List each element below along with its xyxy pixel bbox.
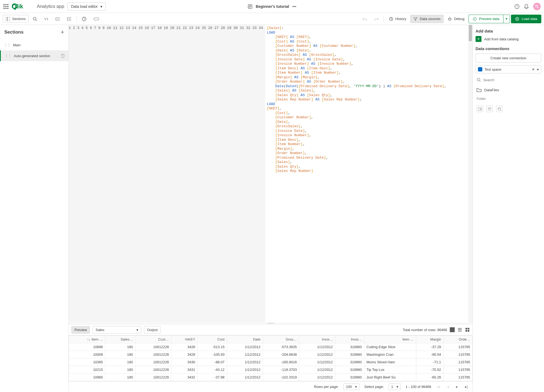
column-header[interactable]: Margin — [416, 336, 443, 343]
comment-button[interactable] — [41, 15, 51, 23]
column-header[interactable]: ↑↓ Item … — [69, 336, 105, 343]
undo-button[interactable] — [360, 15, 370, 23]
svg-rect-31 — [94, 18, 99, 20]
indent-button[interactable] — [53, 15, 63, 23]
space-selector[interactable]: Test space ✕ ▾ — [476, 65, 541, 73]
bell-icon[interactable] — [524, 4, 529, 9]
apps-grid-icon[interactable] — [3, 4, 9, 9]
table-cell: 180 — [105, 358, 135, 366]
table-selector[interactable]: Sales ▾ — [93, 326, 141, 334]
mode-dropdown[interactable]: Data load editor ▾ — [67, 2, 106, 11]
sections-button-label: Sections — [12, 17, 26, 21]
table-row[interactable]: 10696180100122263428-513.151/12/2012-573… — [69, 343, 473, 351]
first-page-button[interactable]: |◂ — [436, 384, 441, 389]
svg-rect-52 — [468, 330, 469, 332]
column-header[interactable]: Gros… — [263, 336, 299, 343]
output-tab[interactable]: Output — [144, 326, 160, 334]
svg-point-56 — [480, 109, 481, 110]
column-header[interactable]: Invoi… — [299, 336, 335, 343]
table-row[interactable]: 10385180100122263430-88.071/12/2012-165.… — [69, 358, 473, 366]
add-from-catalog-button[interactable]: + Add from data catalog — [476, 36, 541, 42]
vertical-scrollbar[interactable] — [468, 25, 473, 322]
table-row[interactable]: 10009180100122263429-105.931/12/2012-204… — [69, 351, 473, 358]
svg-rect-5 — [7, 6, 8, 7]
svg-rect-49 — [466, 328, 467, 329]
datafiles-item[interactable]: DataFiles — [476, 86, 541, 94]
table-row[interactable]: 10215180100122263431-43.121/12/2012-118.… — [69, 366, 473, 374]
column-header[interactable]: Date — [227, 336, 263, 343]
preview-tab[interactable]: Preview — [71, 326, 90, 334]
svg-line-41 — [451, 18, 451, 19]
notes-icon[interactable] — [248, 4, 253, 9]
add-section-button[interactable]: + — [61, 29, 64, 36]
svg-line-21 — [45, 18, 46, 20]
debug-button[interactable]: Debug — [445, 15, 467, 23]
select-page-select[interactable]: 1▾ — [389, 383, 401, 390]
data-grid[interactable]: ↑↓ Item …Sales…Cust…%KEYCostDateGros…Inv… — [69, 335, 473, 381]
conn-action-1-icon[interactable] — [477, 106, 483, 112]
column-header[interactable]: %KEY — [171, 336, 198, 343]
table-cell: 1/12/2012 — [227, 358, 263, 366]
column-header[interactable]: Sales… — [105, 336, 135, 343]
view-table-icon[interactable] — [450, 327, 455, 332]
sidebar: Sections + ⋮⋮ Main ⋮⋮ Auto-generated sec… — [0, 25, 69, 392]
column-header[interactable]: Orde… — [443, 336, 472, 343]
table-cell: -513.15 — [198, 343, 227, 351]
table-cell: 10696 — [69, 343, 105, 351]
help-toolbar-button[interactable]: ? — [79, 15, 90, 23]
view-grid-icon[interactable] — [465, 327, 470, 332]
svg-rect-55 — [478, 108, 481, 110]
avatar[interactable]: TL — [533, 3, 541, 10]
history-button[interactable]: History — [386, 15, 409, 23]
redo-button[interactable] — [371, 15, 381, 23]
table-cell: 1/12/2012 — [299, 351, 335, 358]
table-cell: 1/12/2012 — [227, 374, 263, 381]
rows-per-page-select[interactable]: 100▾ — [343, 383, 359, 390]
conn-action-2-icon[interactable] — [486, 106, 493, 112]
svg-line-22 — [47, 18, 48, 20]
help-icon[interactable]: ? — [514, 4, 520, 9]
search-input[interactable] — [483, 78, 540, 82]
code-content[interactable]: [Sales]: LOAD [%KEY] AS [%KEY], [Cost] A… — [265, 25, 468, 322]
load-data-label: Load data — [522, 17, 537, 21]
page-range-label: 1 - 100 of 96466 — [406, 385, 431, 389]
svg-point-19 — [33, 17, 36, 20]
data-sources-button[interactable]: Data sources — [410, 15, 444, 23]
tag-button[interactable] — [91, 15, 102, 23]
next-page-button[interactable]: ▸ — [455, 384, 459, 389]
drag-handle-icon[interactable]: ⋮⋮ — [4, 43, 10, 47]
last-page-button[interactable]: ▸| — [464, 384, 469, 389]
delete-section-icon[interactable] — [61, 54, 65, 58]
sidebar-item-main[interactable]: ⋮⋮ Main — [0, 40, 68, 50]
data-sources-label: Data sources — [420, 17, 441, 21]
table-cell: 115785 — [443, 358, 472, 366]
view-list-icon[interactable] — [457, 327, 462, 332]
search-button[interactable] — [30, 15, 40, 23]
svg-rect-2 — [7, 4, 8, 5]
drag-handle-icon[interactable]: ⋮⋮ — [5, 54, 11, 58]
column-header[interactable]: Invoi… — [335, 336, 364, 343]
preview-data-button[interactable]: Preview data ▾ — [468, 15, 510, 23]
load-data-button[interactable]: Load data — [511, 15, 541, 23]
column-header[interactable]: Cost — [198, 336, 227, 343]
prev-page-button[interactable]: ◂ — [446, 384, 450, 389]
table-cell: 115785 — [443, 343, 472, 351]
code-editor[interactable]: 1 2 3 4 5 6 7 8 9 10 11 12 13 14 15 16 1… — [69, 25, 473, 322]
svg-line-43 — [451, 20, 451, 20]
sidebar-item-auto[interactable]: ⋮⋮ Auto-generated section — [0, 50, 68, 61]
column-header[interactable]: Cust… — [135, 336, 171, 343]
chevron-down-icon: ▾ — [396, 385, 398, 389]
table-cell: -37.98 — [198, 374, 227, 381]
conn-action-3-icon[interactable] — [496, 106, 503, 112]
sections-button[interactable]: Sections — [3, 15, 29, 23]
outdent-button[interactable] — [64, 15, 74, 23]
preview-caret-icon[interactable]: ▾ — [503, 15, 510, 23]
table-row[interactable]: 10965180100122263432-37.981/12/2012-102.… — [69, 374, 473, 381]
column-header[interactable]: Item … — [364, 336, 416, 343]
clear-icon[interactable]: ✕ — [532, 67, 535, 71]
table-selector-value: Sales — [96, 328, 104, 332]
more-icon[interactable]: ••• — [292, 4, 296, 9]
connection-search[interactable] — [476, 76, 541, 84]
create-connection-button[interactable]: Create new connection — [476, 54, 541, 63]
table-cell: 180 — [105, 374, 135, 381]
